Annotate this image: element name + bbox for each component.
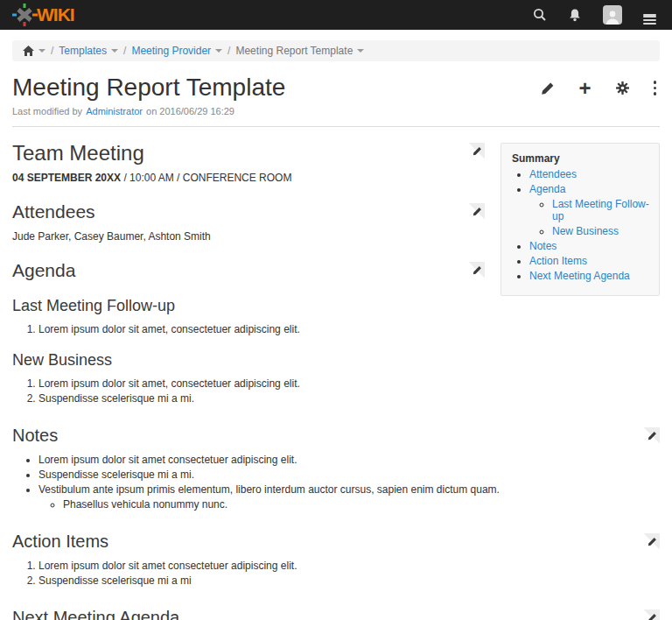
list-item: Last Meeting Follow-up bbox=[552, 198, 650, 222]
section-heading-notes: Notes bbox=[12, 426, 660, 446]
chevron-down-icon[interactable] bbox=[111, 49, 118, 53]
edit-page-button[interactable] bbox=[541, 81, 555, 95]
breadcrumb-home[interactable] bbox=[23, 46, 46, 56]
list-item: Next Meeting Agenda bbox=[529, 270, 650, 282]
section-edit-button[interactable] bbox=[469, 262, 485, 278]
list-item: Attendees bbox=[529, 168, 650, 180]
modified-prefix: Last modified by bbox=[12, 106, 82, 116]
modified-suffix: on 2016/06/29 16:29 bbox=[146, 106, 234, 116]
summary-link-last-meeting[interactable]: Last Meeting Follow-up bbox=[552, 198, 649, 222]
list-item: Suspendisse scelerisque mi a mi bbox=[38, 574, 660, 587]
section-edit-button[interactable] bbox=[644, 427, 660, 443]
summary-link-attendees[interactable]: Attendees bbox=[529, 168, 577, 180]
section-heading-last-meeting-follow-up: Last Meeting Follow-up bbox=[12, 297, 660, 315]
list-item: Lorem ipsum dolor sit amet, consectetuer… bbox=[38, 377, 660, 390]
summary-link-next-meeting[interactable]: Next Meeting Agenda bbox=[529, 270, 630, 282]
section-edit-button[interactable] bbox=[644, 533, 660, 549]
breadcrumb-separator: / bbox=[228, 45, 230, 57]
breadcrumb-separator: / bbox=[51, 45, 53, 57]
settings-gear-button[interactable] bbox=[615, 81, 630, 95]
document-content: Summary Attendees Agenda Last Meeting Fo… bbox=[0, 127, 672, 620]
pencil-icon bbox=[541, 81, 555, 95]
summary-link-new-business[interactable]: New Business bbox=[552, 225, 619, 237]
breadcrumb-item-templates[interactable]: Templates bbox=[59, 45, 107, 57]
list-item: Suspendisse scelerisque mi a mi. bbox=[38, 469, 660, 481]
list-item: Phasellus vehicula nonummy nunc. bbox=[63, 498, 660, 511]
pencil-icon bbox=[472, 146, 482, 156]
section-edit-button[interactable] bbox=[469, 143, 485, 159]
breadcrumb-item-meeting-provider[interactable]: Meeting Provider bbox=[131, 45, 211, 57]
list-item: Vestibulum ante ipsum primis elementum, … bbox=[38, 483, 660, 511]
chevron-down-icon[interactable] bbox=[215, 49, 222, 53]
create-page-button[interactable]: + bbox=[578, 81, 591, 95]
home-icon bbox=[23, 46, 34, 56]
notes-list: Lorem ipsum dolor sit amet consectetuer … bbox=[12, 454, 660, 511]
list-item: Lorem ipsum dolor sit amet consectetuer … bbox=[38, 454, 660, 466]
list-item: New Business bbox=[552, 225, 650, 237]
last-modified-line: Last modified by Administrator on 2016/0… bbox=[12, 106, 660, 116]
action-items-list: Lorem ipsum dolor sit amet consectetuer … bbox=[12, 560, 660, 587]
section-heading-new-business: New Business bbox=[12, 351, 660, 370]
gear-icon bbox=[615, 81, 630, 95]
breadcrumb-item-current: Meeting Report Template bbox=[235, 45, 353, 57]
more-actions-button[interactable] bbox=[654, 81, 657, 95]
xwiki-logo-text: WIKI bbox=[37, 4, 74, 25]
summary-panel: Summary Attendees Agenda Last Meeting Fo… bbox=[500, 143, 660, 296]
summary-link-agenda[interactable]: Agenda bbox=[529, 183, 565, 195]
summary-title: Summary bbox=[512, 152, 650, 165]
section-edit-button[interactable] bbox=[644, 609, 660, 620]
list-item: Action Items bbox=[529, 255, 650, 267]
top-navbar: WIKI bbox=[0, 0, 672, 30]
section-heading-next-meeting-agenda: Next Meeting Agenda bbox=[12, 608, 660, 620]
pencil-icon bbox=[472, 207, 482, 216]
list-item: Lorem ipsum dolor sit amet, consectetuer… bbox=[38, 323, 660, 335]
summary-link-notes[interactable]: Notes bbox=[529, 240, 556, 252]
list-item: Lorem ipsum dolor sit amet consectetuer … bbox=[38, 560, 660, 572]
pencil-icon bbox=[648, 537, 657, 546]
xwiki-logo-x-icon bbox=[12, 3, 38, 27]
pencil-icon bbox=[648, 613, 657, 620]
section-heading-action-items: Action Items bbox=[12, 532, 660, 552]
search-icon[interactable] bbox=[533, 8, 547, 22]
new-business-list: Lorem ipsum dolor sit amet, consectetuer… bbox=[12, 377, 660, 405]
meeting-meta-rest: / 10:00 AM / CONFERENCE ROOM bbox=[121, 172, 291, 184]
chevron-down-icon[interactable] bbox=[357, 49, 364, 53]
pencil-icon bbox=[472, 265, 482, 275]
breadcrumb-separator: / bbox=[123, 45, 126, 57]
modified-user-link[interactable]: Administrator bbox=[86, 106, 143, 116]
list-item: Agenda Last Meeting Follow-up New Busine… bbox=[529, 183, 650, 237]
pencil-icon bbox=[648, 431, 657, 440]
menu-hamburger-icon[interactable] bbox=[643, 12, 656, 18]
last-meeting-list: Lorem ipsum dolor sit amet, consectetuer… bbox=[12, 323, 660, 335]
list-item: Suspendisse scelerisque mi a mi. bbox=[38, 392, 660, 405]
list-item: Notes bbox=[529, 240, 650, 252]
page-title: Meeting Report Template bbox=[12, 74, 285, 102]
meeting-date: 04 SEPTEMBER 20XX bbox=[12, 172, 121, 184]
chevron-down-icon[interactable] bbox=[38, 49, 46, 53]
section-edit-button[interactable] bbox=[469, 203, 485, 219]
summary-link-action-items[interactable]: Action Items bbox=[529, 255, 587, 267]
notifications-bell-icon[interactable] bbox=[568, 8, 582, 23]
xwiki-logo[interactable]: WIKI bbox=[12, 3, 74, 27]
user-avatar[interactable] bbox=[603, 5, 622, 25]
page-header: Meeting Report Template + Last modified … bbox=[0, 61, 672, 127]
breadcrumb: / Templates / Meeting Provider / Meeting… bbox=[12, 40, 660, 61]
